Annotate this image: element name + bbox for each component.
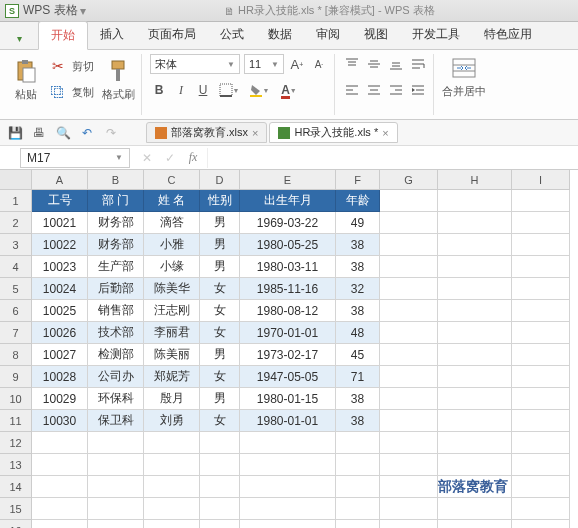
bold-button[interactable]: B bbox=[150, 80, 168, 100]
italic-button[interactable]: I bbox=[172, 80, 190, 100]
cell[interactable]: 1980-03-11 bbox=[240, 256, 336, 278]
cell[interactable] bbox=[512, 498, 570, 520]
cell[interactable] bbox=[438, 344, 512, 366]
cell[interactable]: 女 bbox=[200, 322, 240, 344]
cell[interactable] bbox=[144, 520, 200, 528]
cell[interactable]: 38 bbox=[336, 388, 380, 410]
close-icon[interactable]: × bbox=[382, 127, 388, 139]
cell[interactable]: 生产部 bbox=[88, 256, 144, 278]
column-header[interactable]: D bbox=[200, 170, 240, 190]
cell[interactable]: 10024 bbox=[32, 278, 88, 300]
cell[interactable] bbox=[512, 256, 570, 278]
cell[interactable] bbox=[512, 432, 570, 454]
cell[interactable] bbox=[240, 520, 336, 528]
cell[interactable]: 陈美丽 bbox=[144, 344, 200, 366]
cell[interactable] bbox=[380, 410, 438, 432]
menu-tab-2[interactable]: 页面布局 bbox=[136, 21, 208, 49]
cell[interactable]: 男 bbox=[200, 234, 240, 256]
cell[interactable]: 10027 bbox=[32, 344, 88, 366]
cell[interactable]: 滴答 bbox=[144, 212, 200, 234]
row-header[interactable]: 6 bbox=[0, 300, 32, 322]
cell[interactable] bbox=[438, 322, 512, 344]
doc-tab-1[interactable]: HR录入技能.xls *× bbox=[269, 122, 397, 143]
cell[interactable]: 汪志刚 bbox=[144, 300, 200, 322]
cell[interactable] bbox=[512, 476, 570, 498]
column-header[interactable]: G bbox=[380, 170, 438, 190]
align-middle-button[interactable] bbox=[365, 54, 383, 74]
column-header[interactable]: B bbox=[88, 170, 144, 190]
wrap-text-button[interactable] bbox=[409, 54, 427, 74]
cell[interactable] bbox=[512, 212, 570, 234]
cell[interactable] bbox=[438, 234, 512, 256]
cell[interactable]: 10028 bbox=[32, 366, 88, 388]
cell[interactable] bbox=[438, 366, 512, 388]
menu-tab-0[interactable]: 开始 bbox=[38, 21, 88, 50]
print-icon[interactable]: 🖶 bbox=[30, 124, 48, 142]
cell[interactable]: 1970-01-01 bbox=[240, 322, 336, 344]
cell[interactable] bbox=[438, 388, 512, 410]
row-header[interactable]: 8 bbox=[0, 344, 32, 366]
cell[interactable]: 10030 bbox=[32, 410, 88, 432]
redo-icon[interactable]: ↷ bbox=[102, 124, 120, 142]
cell[interactable]: 45 bbox=[336, 344, 380, 366]
cell[interactable] bbox=[380, 278, 438, 300]
align-left-button[interactable] bbox=[343, 80, 361, 100]
format-painter-button[interactable]: 格式刷 bbox=[102, 57, 135, 102]
table-header-cell[interactable]: 姓 名 bbox=[144, 190, 200, 212]
menu-tab-4[interactable]: 数据 bbox=[256, 21, 304, 49]
cell[interactable] bbox=[240, 454, 336, 476]
name-box[interactable]: M17▼ bbox=[20, 148, 130, 168]
cell[interactable] bbox=[144, 476, 200, 498]
cell[interactable] bbox=[88, 498, 144, 520]
decrease-font-button[interactable]: A- bbox=[310, 54, 328, 74]
row-header[interactable]: 2 bbox=[0, 212, 32, 234]
cell[interactable] bbox=[438, 256, 512, 278]
cell[interactable]: 38 bbox=[336, 256, 380, 278]
cell[interactable] bbox=[380, 344, 438, 366]
menu-tab-7[interactable]: 开发工具 bbox=[400, 21, 472, 49]
cell[interactable] bbox=[32, 454, 88, 476]
row-header[interactable]: 10 bbox=[0, 388, 32, 410]
cell[interactable] bbox=[438, 212, 512, 234]
menu-tab-3[interactable]: 公式 bbox=[208, 21, 256, 49]
cell[interactable]: 技术部 bbox=[88, 322, 144, 344]
cell[interactable]: 1980-01-15 bbox=[240, 388, 336, 410]
font-name-select[interactable]: 宋体▼ bbox=[150, 54, 240, 74]
row-header[interactable]: 12 bbox=[0, 432, 32, 454]
cell[interactable] bbox=[380, 432, 438, 454]
cell[interactable]: 小雅 bbox=[144, 234, 200, 256]
cut-button[interactable]: ✂ 剪切 bbox=[44, 54, 98, 78]
cell[interactable]: 殷月 bbox=[144, 388, 200, 410]
cell[interactable] bbox=[88, 476, 144, 498]
cell[interactable] bbox=[32, 498, 88, 520]
app-dropdown-icon[interactable]: ▾ bbox=[80, 4, 86, 18]
cell[interactable] bbox=[88, 432, 144, 454]
row-header[interactable]: 9 bbox=[0, 366, 32, 388]
column-header[interactable]: C bbox=[144, 170, 200, 190]
file-menu-button[interactable]: ▾ bbox=[4, 27, 34, 49]
cell[interactable] bbox=[512, 388, 570, 410]
fx-icon[interactable]: fx bbox=[183, 148, 203, 168]
underline-button[interactable]: U bbox=[194, 80, 212, 100]
cell[interactable] bbox=[512, 344, 570, 366]
cell[interactable]: 刘勇 bbox=[144, 410, 200, 432]
cell[interactable] bbox=[512, 410, 570, 432]
formula-input[interactable] bbox=[207, 148, 578, 168]
cell[interactable] bbox=[380, 256, 438, 278]
cell[interactable]: 女 bbox=[200, 300, 240, 322]
cell[interactable] bbox=[380, 388, 438, 410]
increase-font-button[interactable]: A+ bbox=[288, 54, 306, 74]
paste-button[interactable]: 粘贴 bbox=[12, 57, 40, 102]
cell[interactable]: 38 bbox=[336, 410, 380, 432]
cell[interactable]: 10021 bbox=[32, 212, 88, 234]
cell[interactable]: 1969-03-22 bbox=[240, 212, 336, 234]
column-header[interactable]: F bbox=[336, 170, 380, 190]
row-header[interactable]: 14 bbox=[0, 476, 32, 498]
cell[interactable]: 38 bbox=[336, 234, 380, 256]
cell[interactable] bbox=[380, 476, 438, 498]
cell[interactable] bbox=[380, 322, 438, 344]
cell[interactable] bbox=[144, 498, 200, 520]
table-header-cell[interactable] bbox=[512, 190, 570, 212]
row-header[interactable]: 7 bbox=[0, 322, 32, 344]
cell[interactable] bbox=[380, 454, 438, 476]
